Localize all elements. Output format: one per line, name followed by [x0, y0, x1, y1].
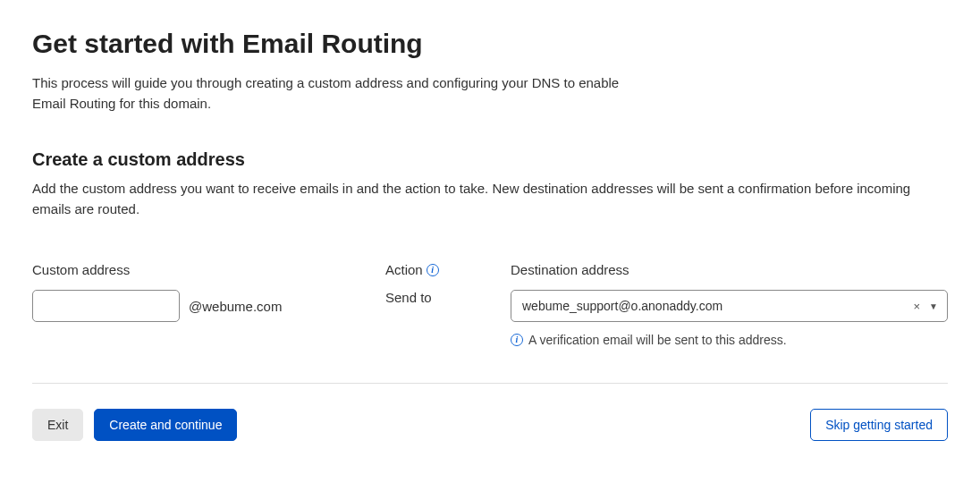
custom-address-label: Custom address — [32, 262, 385, 277]
action-label-text: Action — [385, 262, 423, 277]
verification-note: i A verification email will be sent to t… — [511, 333, 948, 347]
domain-suffix: @webume.com — [189, 299, 282, 314]
action-column: Action i Send to — [385, 262, 511, 347]
custom-address-input[interactable] — [32, 290, 180, 322]
page-title: Get started with Email Routing — [32, 29, 948, 59]
section-description: Add the custom address you want to recei… — [32, 179, 948, 219]
create-continue-button[interactable]: Create and continue — [94, 409, 237, 441]
section-title: Create a custom address — [32, 149, 948, 170]
destination-value: webume_support@o.anonaddy.com — [522, 299, 722, 313]
chevron-down-icon[interactable]: ▼ — [929, 301, 938, 311]
info-icon: i — [511, 334, 523, 346]
info-icon[interactable]: i — [427, 264, 439, 276]
page-description: This process will guide you through crea… — [32, 73, 622, 114]
custom-input-row: @webume.com — [32, 290, 385, 322]
destination-label: Destination address — [511, 262, 948, 277]
destination-select[interactable]: webume_support@o.anonaddy.com × ▼ — [511, 290, 948, 322]
custom-address-column: Custom address @webume.com — [32, 262, 385, 347]
clear-icon[interactable]: × — [914, 300, 921, 313]
action-value: Send to — [385, 290, 511, 305]
divider — [32, 383, 948, 384]
verification-note-text: A verification email will be sent to thi… — [528, 333, 787, 347]
exit-button[interactable]: Exit — [32, 409, 83, 441]
footer: Exit Create and continue Skip getting st… — [32, 409, 948, 441]
destination-column: Destination address webume_support@o.ano… — [511, 262, 948, 347]
action-label: Action i — [385, 262, 511, 277]
form-row: Custom address @webume.com Action i Send… — [32, 262, 948, 347]
destination-controls: × ▼ — [914, 300, 939, 313]
footer-left: Exit Create and continue — [32, 409, 237, 441]
skip-button[interactable]: Skip getting started — [810, 409, 948, 441]
